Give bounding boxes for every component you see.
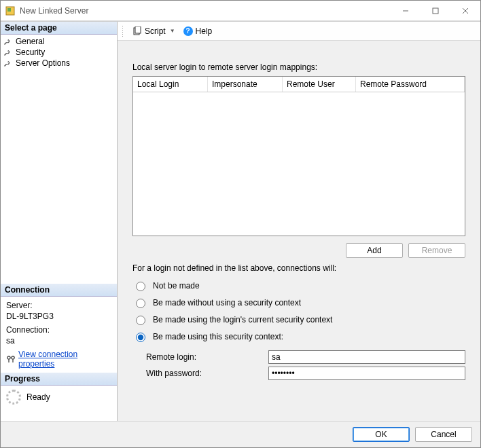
chevron-down-icon: ▼: [170, 28, 175, 34]
content: Local server login to remote server logi…: [118, 41, 480, 421]
svg-rect-11: [135, 26, 141, 33]
main-pane: Script ▼ ? Help Local server login to re…: [118, 22, 480, 421]
page-list: General Security Server Options: [1, 35, 117, 70]
connection-header: Connection: [1, 284, 117, 297]
progress-status: Ready: [26, 392, 50, 402]
minimize-button[interactable]: [391, 1, 421, 21]
remove-button[interactable]: Remove: [408, 243, 465, 258]
server-label: Server:: [6, 301, 111, 310]
connection-value: sa: [6, 336, 111, 346]
dialog-footer: OK Cancel: [1, 421, 480, 447]
with-password-label: With password:: [146, 369, 268, 378]
help-icon: ?: [183, 26, 193, 36]
col-remote-password[interactable]: Remote Password: [356, 77, 465, 92]
remote-login-input[interactable]: [268, 350, 465, 364]
toolbar: Script ▼ ? Help: [118, 22, 480, 41]
select-page-header: Select a page: [1, 22, 117, 35]
dialog-window: New Linked Server Select a page Gene: [0, 0, 481, 448]
svg-rect-3: [433, 8, 438, 14]
maximize-button[interactable]: [421, 1, 450, 21]
connection-mode-radiogroup: Not be made Be made without using a secu…: [132, 277, 465, 345]
col-remote-user[interactable]: Remote User: [283, 77, 356, 92]
with-password-input[interactable]: [268, 367, 465, 380]
radio-this-security-context-label: Be made using this security context:: [153, 332, 283, 341]
titlebar: New Linked Server: [1, 1, 480, 21]
remote-login-label: Remote login:: [146, 352, 268, 362]
radio-login-context-label: Be made using the login's current securi…: [153, 315, 332, 324]
connection-block: Server: DL-9LT3PG3 Connection: sa View c…: [1, 297, 117, 373]
app-icon: [5, 5, 16, 16]
page-label: Security: [16, 48, 45, 57]
col-impersonate[interactable]: Impersonate: [208, 77, 283, 92]
security-context-fields: Remote login: With password:: [146, 348, 465, 383]
script-icon: [132, 26, 142, 36]
connection-properties-icon: [6, 355, 16, 363]
radio-this-security-context[interactable]: [136, 333, 145, 342]
body-area: Select a page General Security: [1, 21, 480, 421]
help-button[interactable]: ? Help: [181, 25, 215, 37]
col-local-login[interactable]: Local Login: [133, 77, 208, 92]
sidebar-spacer: [1, 70, 117, 284]
radio-no-security-context-label: Be made without using a security context: [153, 298, 301, 307]
script-button[interactable]: Script ▼: [130, 25, 178, 37]
close-button[interactable]: [450, 1, 480, 21]
grid-header: Local Login Impersonate Remote User Remo…: [133, 77, 465, 92]
login-mappings-grid[interactable]: Local Login Impersonate Remote User Remo…: [132, 76, 465, 236]
page-item-security[interactable]: Security: [1, 47, 117, 58]
page-label: General: [16, 37, 45, 46]
page-item-general[interactable]: General: [1, 36, 117, 47]
page-item-server-options[interactable]: Server Options: [1, 58, 117, 69]
ok-button[interactable]: OK: [353, 427, 410, 442]
script-label: Script: [145, 26, 166, 36]
add-button[interactable]: Add: [346, 243, 403, 258]
svg-point-8: [12, 356, 14, 359]
grid-body[interactable]: [133, 92, 465, 236]
radio-login-context[interactable]: [136, 316, 145, 325]
wrench-icon: [3, 60, 10, 67]
window-title: New Linked Server: [20, 6, 391, 16]
wrench-icon: [3, 49, 10, 56]
not-defined-label: For a login not defined in the list abov…: [132, 263, 465, 273]
sidebar: Select a page General Security: [1, 22, 118, 421]
mappings-label: Local server login to remote server logi…: [132, 62, 465, 72]
page-label: Server Options: [16, 58, 70, 68]
progress-spinner-icon: [6, 390, 21, 405]
radio-not-be-made-label: Not be made: [153, 281, 200, 291]
connection-label: Connection:: [6, 325, 111, 335]
toolbar-grip-icon: [122, 25, 124, 37]
svg-point-6: [7, 356, 10, 359]
server-value: DL-9LT3PG3: [6, 312, 111, 321]
radio-no-security-context[interactable]: [136, 299, 145, 308]
help-label: Help: [196, 26, 213, 36]
window-controls: [391, 1, 480, 21]
progress-block: Ready: [1, 386, 117, 409]
svg-rect-1: [7, 8, 11, 12]
wrench-icon: [3, 38, 10, 45]
cancel-button[interactable]: Cancel: [415, 427, 472, 442]
progress-header: Progress: [1, 373, 117, 386]
radio-not-be-made[interactable]: [136, 282, 145, 291]
view-connection-properties-link[interactable]: View connection properties: [18, 350, 111, 369]
